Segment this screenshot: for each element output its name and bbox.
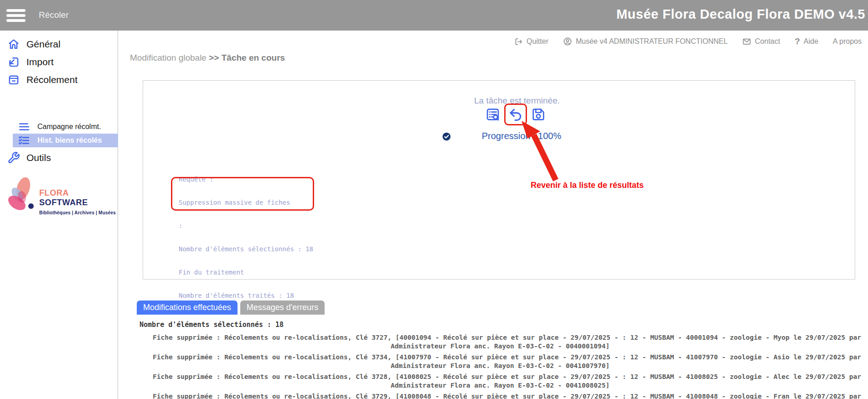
module-label: Récoler [39, 10, 68, 20]
user-icon [563, 37, 572, 46]
console-line: Requête : [179, 176, 313, 183]
done-icon [442, 132, 451, 143]
tab-modifications-effectuees[interactable]: Modifications effectuées [137, 301, 238, 315]
progress-label: Progression : 100% [476, 131, 567, 141]
flora-logo-tagline: Bibliothèques | Archives | Musées [39, 210, 116, 215]
result-tabs: Modifications effectuées Messages d'erre… [137, 301, 325, 315]
console-line: : [179, 222, 313, 230]
sidebar: Général Import Récolement [0, 31, 118, 399]
log-entry-line2: Administrateur Flora anc. Rayon E-03-C-0… [153, 381, 857, 390]
log-entry-line1: Fiche supprimée : Récolements ou re-loca… [153, 392, 857, 399]
results-list-button[interactable] [485, 107, 501, 122]
console-line: Suppression massive de fiches [179, 199, 313, 207]
campagne-icon [18, 122, 30, 132]
log-entry: Fiche supprimée : Récolements ou re-loca… [153, 392, 857, 399]
console-line: Nombre d'éléments sélectionnés : 18 [179, 245, 313, 253]
task-console: Requête : Suppression massive de fiches … [179, 160, 313, 315]
sidebar-item-general[interactable]: Général [7, 36, 61, 52]
logout-icon [514, 37, 523, 46]
quit-button[interactable]: Quitter [514, 37, 548, 46]
hamburger-bar [6, 14, 26, 17]
sidebar-item-label: Import [26, 57, 54, 67]
flora-logo: FLORA SOFTWARE Bibliothèques | Archives … [5, 176, 116, 215]
contact-button[interactable]: Contact [742, 37, 780, 46]
home-icon [7, 38, 20, 51]
help-icon: ? [795, 36, 800, 47]
undo-icon [508, 107, 523, 122]
sidebar-item-recolement[interactable]: Récolement [7, 72, 78, 88]
utility-bar: Quitter Musée v4 ADMINISTRATEUR FONCTION… [514, 36, 862, 47]
outils-icon [7, 151, 20, 164]
breadcrumb: Modification globale >> Tâche en cours [130, 53, 285, 63]
sidebar-item-label: Hist. biens récolés [37, 136, 102, 145]
brand-software: SOFTWARE [39, 198, 88, 207]
quit-label: Quitter [527, 37, 548, 46]
sidebar-item-label: Récolement [26, 74, 78, 85]
user-label: Musée v4 ADMINISTRATEUR FONCTIONNEL [576, 37, 728, 46]
flora-logo-brand: FLORA SOFTWARE [39, 188, 116, 207]
breadcrumb-current: Tâche en cours [222, 53, 285, 62]
log-entry-line2: Administrateur Flora anc. Rayon E-03-C-0… [153, 342, 857, 351]
task-action-icons [485, 102, 546, 127]
hamburger-bar [6, 9, 26, 12]
results-list-icon [485, 107, 501, 122]
log-entry-line1: Fiche supprimée : Récolements ou re-loca… [153, 333, 857, 342]
save-button[interactable] [531, 107, 546, 122]
save-icon [531, 107, 546, 122]
annotation-text: Revenir à la liste de résultats [531, 181, 644, 190]
log-entry: Fiche supprimée : Récolements ou re-loca… [153, 373, 857, 390]
top-bar: Récoler Musée Flora Decalog Flora DEMO v… [0, 0, 868, 31]
console-line: Nombre d'éléments traités : 18 [179, 292, 313, 300]
log-summary: Nombre d'éléments sélectionnés : 18 [140, 321, 284, 329]
breadcrumb-separator: >> [209, 53, 219, 62]
undo-button[interactable] [508, 107, 523, 122]
recolement-icon [7, 73, 20, 86]
sidebar-item-outils[interactable]: Outils [7, 150, 51, 166]
user-menu[interactable]: Musée v4 ADMINISTRATEUR FONCTIONNEL [563, 37, 728, 46]
help-button[interactable]: ? Aide [795, 36, 818, 47]
hist-icon [18, 135, 30, 145]
hamburger-icon[interactable] [6, 6, 27, 25]
tab-messages-erreurs[interactable]: Messages d'erreurs [240, 301, 325, 315]
breadcrumb-parent: Modification globale [130, 53, 207, 62]
sidebar-item-label: Campagne récolmt. [37, 123, 101, 131]
sidebar-item-label: Outils [26, 152, 51, 163]
console-line: Fin du traitement [179, 269, 313, 276]
import-icon [7, 56, 20, 68]
help-label: Aide [804, 37, 818, 46]
sidebar-item-hist-biens-recoles[interactable]: Hist. biens récolés [13, 134, 118, 147]
log-entry: Fiche supprimée : Récolements ou re-loca… [153, 353, 857, 370]
annotation-highlight-box-undo [504, 104, 527, 125]
hamburger-bar [6, 19, 26, 22]
log-entry-line1: Fiche supprimée : Récolements ou re-loca… [153, 373, 857, 381]
contact-label: Contact [755, 37, 780, 46]
log-entry-line2: Administrateur Flora anc. Rayon E-03-C-0… [153, 362, 857, 370]
about-label: A propos [833, 37, 862, 46]
sidebar-item-label: Général [26, 39, 61, 50]
log-entry: Fiche supprimée : Récolements ou re-loca… [153, 333, 857, 351]
application-window: Récoler Musée Flora Decalog Flora DEMO v… [0, 0, 868, 399]
sidebar-item-campagne-recolement[interactable]: Campagne récolmt. [18, 120, 101, 133]
sidebar-item-import[interactable]: Import [7, 54, 54, 70]
contact-icon [742, 37, 751, 46]
log-entry-line1: Fiche supprimée : Récolements ou re-loca… [153, 353, 857, 362]
app-title: Musée Flora Decalog Flora DEMO v4.5 [616, 7, 865, 22]
about-button[interactable]: A propos [833, 37, 862, 46]
task-panel: La tâche est terminée. [143, 80, 855, 280]
brand-flora: FLORA [39, 188, 68, 197]
